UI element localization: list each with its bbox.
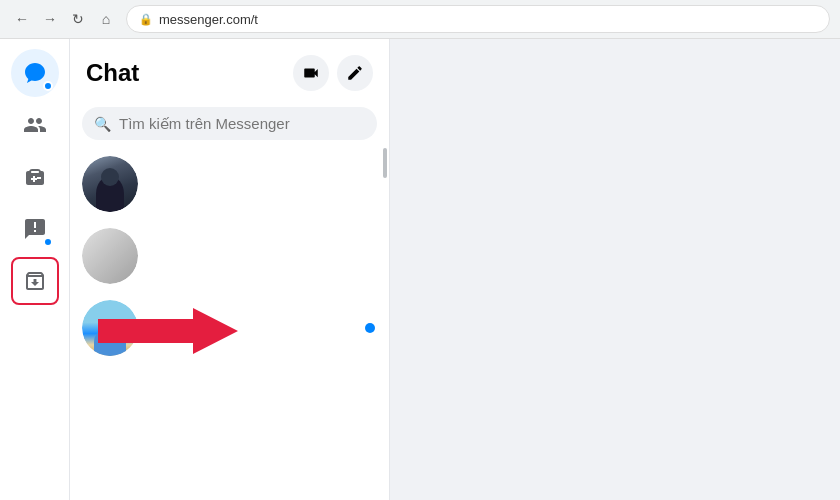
back-button[interactable]: ←: [10, 7, 34, 31]
sidebar-item-stories[interactable]: [11, 205, 59, 253]
archive-icon: [23, 269, 47, 293]
new-video-call-button[interactable]: [293, 55, 329, 91]
sidebar: [0, 39, 70, 500]
sidebar-item-chat[interactable]: [11, 49, 59, 97]
home-button[interactable]: ⌂: [94, 7, 118, 31]
search-bar[interactable]: 🔍: [82, 107, 377, 140]
header-actions: [293, 55, 373, 91]
chat-item-2[interactable]: [70, 220, 389, 292]
chat-list: [70, 148, 389, 500]
right-panel: [390, 39, 840, 500]
forward-button[interactable]: →: [38, 7, 62, 31]
search-input[interactable]: [119, 115, 365, 132]
avatar-image-1: [82, 156, 138, 212]
marketplace-icon: [23, 165, 47, 189]
new-message-button[interactable]: [337, 55, 373, 91]
stories-badge: [43, 237, 53, 247]
compose-icon: [346, 64, 364, 82]
chat-item-3[interactable]: [70, 292, 389, 364]
url-text: messenger.com/t: [159, 12, 258, 27]
lock-icon: 🔒: [139, 13, 153, 26]
chat-panel: Chat 🔍: [70, 39, 390, 500]
unread-dot-3: [365, 323, 375, 333]
chat-icon: [23, 61, 47, 85]
avatar-3: [82, 300, 138, 356]
sidebar-item-people[interactable]: [11, 101, 59, 149]
stories-icon: [23, 217, 47, 241]
search-icon: 🔍: [94, 116, 111, 132]
reload-button[interactable]: ↻: [66, 7, 90, 31]
nav-buttons: ← → ↻ ⌂: [10, 7, 118, 31]
chat-header: Chat: [70, 39, 389, 99]
browser-toolbar: ← → ↻ ⌂ 🔒 messenger.com/t: [0, 0, 840, 38]
browser-chrome: ← → ↻ ⌂ 🔒 messenger.com/t: [0, 0, 840, 39]
people-icon: [23, 113, 47, 137]
chat-badge: [43, 81, 53, 91]
chat-item-1[interactable]: [70, 148, 389, 220]
sidebar-item-archive[interactable]: [11, 257, 59, 305]
address-bar[interactable]: 🔒 messenger.com/t: [126, 5, 830, 33]
chat-title: Chat: [86, 59, 139, 87]
avatar-2: [82, 228, 138, 284]
video-icon: [302, 64, 320, 82]
avatar-image-2: [82, 228, 138, 284]
sidebar-item-marketplace[interactable]: [11, 153, 59, 201]
avatar-image-3: [82, 300, 138, 356]
avatar-1: [82, 156, 138, 212]
app-container: Chat 🔍: [0, 39, 840, 500]
